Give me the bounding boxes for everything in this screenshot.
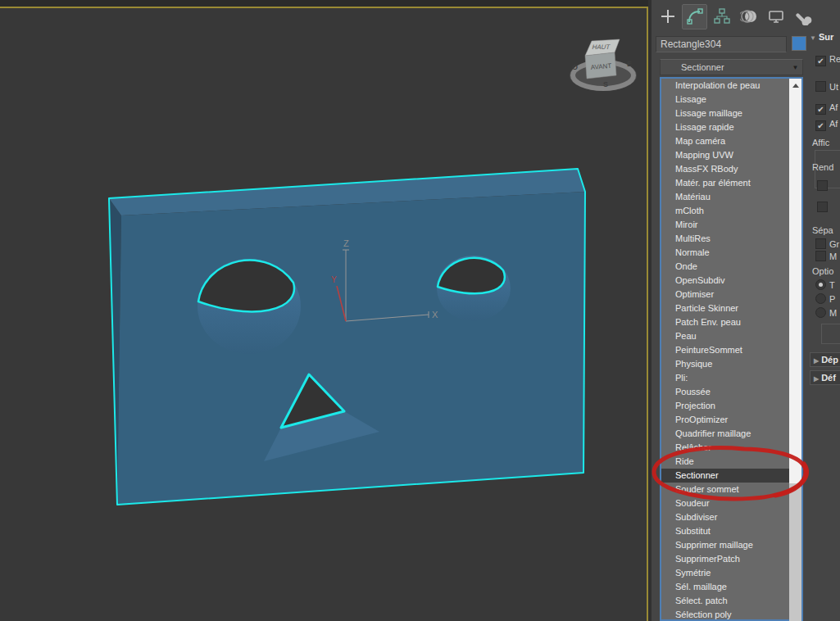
modifier-list-item[interactable]: Sél. maillage: [661, 580, 789, 594]
modifier-list-item[interactable]: Lissage: [661, 93, 789, 107]
modifier-list-item[interactable]: Projection: [661, 399, 789, 413]
modifier-list-item[interactable]: OpenSubdiv: [661, 274, 789, 288]
modifier-list-item[interactable]: Matériau: [661, 190, 789, 204]
modifier-list-item[interactable]: Quadrifier maillage: [661, 427, 789, 441]
modifier-list-item[interactable]: Miroir: [661, 218, 789, 232]
axis-label-z: Z: [343, 238, 349, 248]
chevron-down-icon: ▼: [790, 62, 801, 73]
modifier-list-item[interactable]: Particle Skinner: [661, 301, 789, 315]
rollout-header-collapsed[interactable]: ▶Déf: [810, 370, 840, 385]
modifier-list-item[interactable]: Ride: [661, 455, 789, 469]
scrollbar-thumb[interactable]: [789, 483, 801, 621]
modifier-list-item[interactable]: Supprimer maillage: [661, 538, 789, 552]
radio-icon[interactable]: [815, 307, 826, 318]
modifier-list-item[interactable]: Symétrie: [661, 566, 789, 580]
viewcube-compass-west: O: [572, 63, 578, 71]
modifier-list-item[interactable]: SupprimerPatch: [661, 552, 789, 566]
modifier-list-item[interactable]: Poussée: [661, 385, 789, 399]
modify-icon: [686, 7, 704, 25]
modifier-list-item[interactable]: Interpolation de peau: [661, 79, 789, 93]
tab-create[interactable]: [655, 4, 680, 29]
modifier-list: Interpolation de peauLissageLissage mail…: [661, 79, 789, 619]
modifier-list-item[interactable]: Souder sommet: [661, 483, 789, 496]
modifier-list-item[interactable]: Soudeur: [661, 496, 789, 510]
modifier-list-item[interactable]: Map caméra: [661, 134, 789, 148]
viewport-top-edge: [0, 0, 648, 7]
modifier-list-item[interactable]: Physique: [661, 357, 789, 371]
modifier-dropdown[interactable]: Sectionner ▼: [660, 59, 803, 75]
modifier-list-item[interactable]: PeintureSommet: [661, 343, 789, 357]
rollout-header-surface[interactable]: ▼Sur: [810, 32, 833, 42]
object-color-swatch[interactable]: [792, 36, 806, 51]
param-checkbox-row[interactable]: M: [815, 251, 837, 261]
modifier-list-item[interactable]: Onde: [661, 260, 789, 274]
modifier-dropdown-value: Sectionner: [681, 60, 724, 75]
hierarchy-icon: [713, 7, 731, 25]
axis-label-y: Y: [331, 275, 337, 284]
modifier-list-item[interactable]: Normale: [661, 246, 789, 260]
modifier-list-item[interactable]: Subdiviser: [661, 510, 789, 524]
object-name-field[interactable]: Rectangle304: [656, 36, 787, 52]
radio-selected-icon[interactable]: [815, 279, 826, 290]
modifier-list-item[interactable]: Lissage maillage: [661, 107, 789, 120]
param-checkbox-row[interactable]: Gr: [815, 238, 839, 249]
viewcube[interactable]: O S E HAUT AVANT: [570, 39, 637, 91]
checkbox-icon[interactable]: [817, 202, 828, 212]
checkbox-icon[interactable]: [817, 180, 828, 191]
modifier-list-item[interactable]: Sélect. patch: [661, 594, 789, 608]
checkbox-icon[interactable]: [815, 251, 826, 261]
modifier-list-item[interactable]: Sectionner: [661, 469, 789, 483]
checkbox-checked-icon[interactable]: ✔: [815, 56, 826, 66]
modifier-list-item[interactable]: Patch Env. peau: [661, 315, 789, 329]
tab-modify[interactable]: [682, 4, 707, 29]
group-label-render: Rend: [812, 162, 833, 172]
param-checkbox-row[interactable]: Ut: [815, 81, 838, 92]
tab-display[interactable]: [763, 4, 788, 29]
param-checkbox-row[interactable]: [817, 202, 831, 212]
active-viewport-border-top: [0, 7, 648, 8]
modifier-list-item[interactable]: Matér. par élément: [661, 176, 789, 190]
modifier-list-item[interactable]: Optimiser: [661, 288, 789, 301]
viewport[interactable]: Z X Y O S E HAUT AVANT: [0, 0, 648, 621]
slab-object[interactable]: [109, 169, 585, 505]
checkbox-checked-icon[interactable]: ✔: [815, 104, 826, 115]
modifier-list-item[interactable]: Sélection poly: [661, 608, 789, 619]
param-radio-row[interactable]: T: [815, 279, 835, 290]
group-box: [821, 324, 840, 344]
modifier-list-item[interactable]: Peau: [661, 329, 789, 343]
modifier-list-item[interactable]: mCloth: [661, 204, 789, 218]
motion-icon: [740, 7, 758, 25]
param-checkbox-row[interactable]: [817, 180, 831, 191]
rollout-closed-arrow-icon: ▶: [814, 375, 819, 383]
checkbox-checked-icon[interactable]: ✔: [815, 120, 826, 131]
group-label-separation: Sépa: [812, 225, 833, 235]
modifier-list-item[interactable]: ProOptimizer: [661, 413, 789, 427]
modifier-list-item[interactable]: Substitut: [661, 524, 789, 538]
modifier-list-item[interactable]: Pli:: [661, 371, 789, 385]
param-radio-row[interactable]: M: [815, 307, 837, 318]
modifier-list-item[interactable]: Lissage rapide: [661, 120, 789, 134]
rollout-open-arrow-icon: ▼: [810, 34, 816, 42]
param-checkbox-row[interactable]: ✔Re: [815, 54, 840, 66]
modifier-list-item[interactable]: Mapping UVW: [661, 148, 789, 162]
radio-icon[interactable]: [815, 293, 826, 304]
axis-label-x: X: [432, 310, 438, 320]
viewcube-compass-south: S: [603, 80, 608, 88]
modifier-list-scrollbar[interactable]: [789, 79, 801, 619]
parameters-column: ▼Sur ✔Re Ut ✔Af ✔Af Affic Rend Sépa Gr M…: [810, 0, 840, 621]
param-radio-row[interactable]: P: [815, 293, 835, 304]
checkbox-icon[interactable]: [815, 81, 826, 92]
hole-circle-left: [198, 259, 301, 354]
scrollbar-up-button[interactable]: [789, 79, 801, 92]
modifier-list-item[interactable]: MultiRes: [661, 232, 789, 246]
viewcube-top-label: HAUT: [592, 43, 611, 51]
modifier-list-item[interactable]: Relâcher: [661, 441, 789, 455]
checkbox-icon[interactable]: [815, 238, 826, 249]
slab-front-face: [117, 192, 585, 505]
rollout-header-collapsed[interactable]: ▶Dép: [810, 352, 840, 367]
param-checkbox-row[interactable]: ✔Af: [815, 102, 838, 115]
tab-hierarchy[interactable]: [709, 4, 734, 29]
modifier-list-item[interactable]: MassFX RBody: [661, 162, 789, 176]
tab-motion[interactable]: [736, 4, 761, 29]
param-checkbox-row[interactable]: ✔Af: [815, 119, 838, 131]
